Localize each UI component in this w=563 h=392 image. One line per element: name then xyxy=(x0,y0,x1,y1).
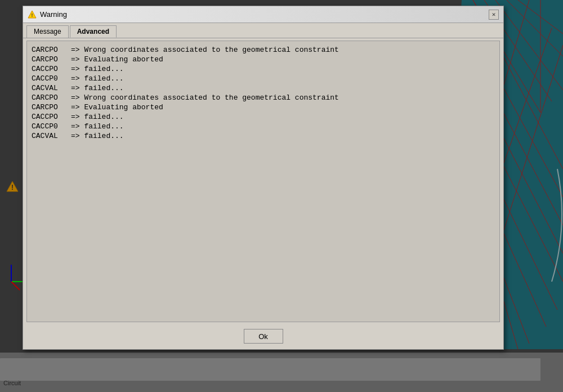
log-line-3: CACCPO => failed... xyxy=(32,65,495,73)
dialog-button-area: Ok xyxy=(23,324,503,349)
log-line-6: CARCPO => Wrong coordinates associated t… xyxy=(32,93,495,102)
log-line-5: CACVAL => failed... xyxy=(32,84,495,92)
log-code-5: CACVAL xyxy=(32,84,71,92)
log-msg-6: => Wrong coordinates associated to the g… xyxy=(71,93,339,102)
log-code-2: CARCPO xyxy=(32,55,71,64)
log-msg-8: => failed... xyxy=(71,113,124,121)
log-msg-10: => failed... xyxy=(71,132,124,140)
log-msg-7: => Evaluating aborted xyxy=(71,103,163,112)
log-code-4: CACCP0 xyxy=(32,74,71,83)
log-msg-2: => Evaluating aborted xyxy=(71,55,163,64)
log-code-6: CARCPO xyxy=(32,93,71,102)
log-code-9: CACCP0 xyxy=(32,122,71,131)
tab-message[interactable]: Message xyxy=(26,25,69,38)
log-code-10: CACVAL xyxy=(32,132,71,140)
dialog-tabs: Message Advanced xyxy=(23,23,503,38)
log-code-7: CARCPO xyxy=(32,103,71,112)
warning-dialog: ! Warning ✕ Message Advanced CARCPO => W… xyxy=(23,6,504,350)
ok-button[interactable]: Ok xyxy=(244,329,283,344)
log-line-1: CARCPO => Wrong coordinates associated t… xyxy=(32,46,495,54)
log-code-8: CACCPO xyxy=(32,113,71,121)
log-line-10: CACVAL => failed... xyxy=(32,132,495,140)
log-line-7: CARCPO => Evaluating aborted xyxy=(32,103,495,112)
title-bar-left: ! Warning xyxy=(28,10,67,19)
svg-text:!: ! xyxy=(30,13,33,19)
log-line-9: CACCP0 => failed... xyxy=(32,122,495,131)
log-code-1: CARCPO xyxy=(32,46,71,54)
log-line-4: CACCP0 => failed... xyxy=(32,74,495,83)
log-msg-5: => failed... xyxy=(71,84,124,92)
dialog-title: Warning xyxy=(40,10,67,19)
log-line-2: CARCPO => Evaluating aborted xyxy=(32,55,495,64)
dialog-title-bar: ! Warning ✕ xyxy=(23,6,503,23)
log-msg-3: => failed... xyxy=(71,65,124,73)
tab-advanced[interactable]: Advanced xyxy=(70,25,117,38)
close-button[interactable]: ✕ xyxy=(489,10,499,20)
log-content: CARCPO => Wrong coordinates associated t… xyxy=(26,41,500,322)
log-msg-1: => Wrong coordinates associated to the g… xyxy=(71,46,339,54)
warning-icon: ! xyxy=(28,10,37,19)
log-msg-9: => failed... xyxy=(71,122,124,131)
log-msg-4: => failed... xyxy=(71,74,124,83)
log-line-8: CACCPO => failed... xyxy=(32,113,495,121)
log-code-3: CACCPO xyxy=(32,65,71,73)
